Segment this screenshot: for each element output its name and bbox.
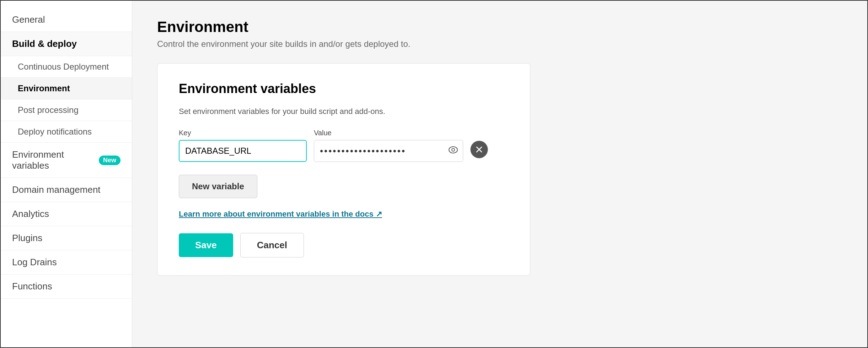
sidebar-sub-continuous-deployment[interactable]: Continuous Deployment bbox=[1, 56, 132, 78]
cancel-button[interactable]: Cancel bbox=[240, 233, 304, 257]
value-label: Value bbox=[314, 129, 463, 137]
sidebar-item-environment-variables[interactable]: Environment variables New bbox=[1, 143, 132, 178]
page-title: Environment bbox=[157, 18, 842, 36]
docs-link[interactable]: Learn more about environment variables i… bbox=[179, 210, 509, 219]
toggle-visibility-button[interactable] bbox=[444, 146, 463, 156]
save-button[interactable]: Save bbox=[179, 233, 233, 257]
sidebar: General Build & deploy Continuous Deploy… bbox=[1, 1, 132, 347]
sidebar-item-build-deploy[interactable]: Build & deploy bbox=[1, 32, 132, 56]
sidebar-item-plugins[interactable]: Plugins bbox=[1, 226, 132, 250]
key-input[interactable] bbox=[179, 140, 307, 162]
svg-point-0 bbox=[449, 147, 457, 153]
page-subtitle: Control the environment your site builds… bbox=[157, 39, 842, 49]
sidebar-item-analytics[interactable]: Analytics bbox=[1, 202, 132, 226]
sidebar-item-log-drains[interactable]: Log Drains bbox=[1, 250, 132, 274]
action-row: Save Cancel bbox=[179, 233, 509, 257]
key-field-group: Key bbox=[179, 129, 307, 162]
sidebar-item-general[interactable]: General bbox=[1, 8, 132, 32]
sidebar-sub-post-processing[interactable]: Post processing bbox=[1, 99, 132, 121]
sidebar-sub-deploy-notifications[interactable]: Deploy notifications bbox=[1, 121, 132, 143]
svg-point-1 bbox=[452, 148, 455, 151]
card-title: Environment variables bbox=[179, 81, 509, 96]
new-badge: New bbox=[99, 156, 120, 165]
value-input[interactable] bbox=[314, 146, 444, 157]
card-description: Set environment variables for your build… bbox=[179, 107, 509, 116]
main-content: Environment Control the environment your… bbox=[132, 1, 867, 347]
value-field-group: Value bbox=[314, 129, 463, 162]
value-wrapper bbox=[314, 140, 463, 162]
remove-variable-button[interactable] bbox=[470, 141, 488, 158]
env-variable-row: Key Value bbox=[179, 129, 509, 162]
sidebar-item-functions[interactable]: Functions bbox=[1, 274, 132, 299]
key-label: Key bbox=[179, 129, 307, 137]
sidebar-item-domain-management[interactable]: Domain management bbox=[1, 178, 132, 202]
new-variable-button[interactable]: New variable bbox=[179, 175, 257, 198]
environment-variables-card: Environment variables Set environment va… bbox=[157, 63, 530, 276]
sidebar-sub-environment[interactable]: Environment bbox=[1, 78, 132, 99]
